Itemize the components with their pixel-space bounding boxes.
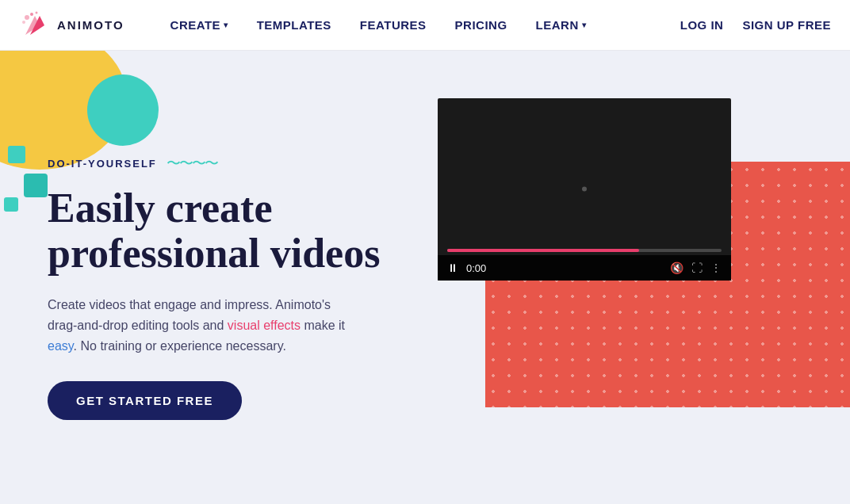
pause-icon[interactable]: ⏸ [447, 262, 458, 274]
svg-point-3 [30, 13, 33, 16]
wavy-decoration: 〜〜〜〜 [167, 154, 217, 173]
logo[interactable]: ANIMOTO [19, 10, 124, 41]
deco-teal-circle [87, 74, 159, 146]
hero-title: Easily create professional videos [48, 185, 412, 276]
svg-point-4 [22, 21, 25, 24]
hero-section: DO-IT-YOURSELF 〜〜〜〜 Easily create profes… [0, 51, 850, 504]
mute-icon[interactable]: 🔇 [670, 262, 683, 274]
logo-icon [19, 10, 51, 41]
chevron-down-icon: ▾ [224, 21, 228, 29]
deco-teal-square-3 [4, 197, 18, 212]
diy-label-row: DO-IT-YOURSELF 〜〜〜〜 [48, 154, 412, 173]
video-progress-bar[interactable] [447, 249, 722, 252]
nav-features[interactable]: FEATURES [346, 18, 441, 32]
hero-visual: ⏸ 0:00 🔇 ⛶ ⋮ [438, 98, 850, 447]
deco-teal-square-1 [8, 146, 25, 163]
video-player[interactable]: ⏸ 0:00 🔇 ⛶ ⋮ [438, 98, 731, 281]
video-center-dot [582, 186, 587, 191]
cta-button[interactable]: GET STARTED FREE [48, 381, 242, 420]
nav-learn[interactable]: LEARN ▾ [522, 18, 601, 32]
nav-create[interactable]: CREATE ▾ [156, 18, 243, 32]
logo-text: ANIMOTO [57, 18, 124, 32]
nav-pricing[interactable]: PRICING [441, 18, 522, 32]
svg-point-2 [25, 15, 29, 20]
login-link[interactable]: LOG IN [680, 18, 724, 32]
hero-content: DO-IT-YOURSELF 〜〜〜〜 Easily create profes… [48, 154, 412, 420]
chevron-down-icon: ▾ [582, 21, 587, 29]
svg-point-5 [36, 11, 38, 13]
progress-fill [447, 249, 639, 252]
nav-templates[interactable]: TEMPLATES [243, 18, 346, 32]
navbar: ANIMOTO CREATE ▾ TEMPLATES FEATURES PRIC… [0, 0, 850, 51]
video-controls: ⏸ 0:00 🔇 ⛶ ⋮ [438, 255, 731, 281]
diy-text: DO-IT-YOURSELF [48, 158, 157, 170]
deco-teal-square-2 [24, 174, 48, 197]
fullscreen-icon[interactable]: ⛶ [691, 262, 703, 274]
nav-links: CREATE ▾ TEMPLATES FEATURES PRICING LEAR… [156, 18, 680, 32]
video-time: 0:00 [466, 262, 486, 274]
nav-right: LOG IN SIGN UP FREE [680, 18, 831, 32]
hero-description: Create videos that engage and impress. A… [48, 295, 349, 356]
more-icon[interactable]: ⋮ [710, 262, 722, 274]
signup-link[interactable]: SIGN UP FREE [742, 18, 831, 32]
